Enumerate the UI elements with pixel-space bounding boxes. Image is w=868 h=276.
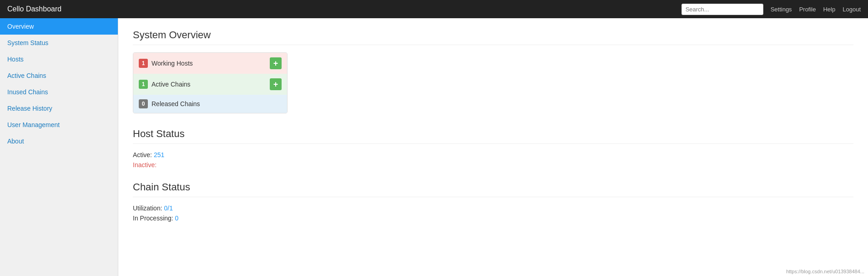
active-chains-left: 1 Active Chains: [139, 80, 191, 89]
sidebar-item-overview[interactable]: Overview: [0, 18, 118, 35]
working-hosts-left: 1 Working Hosts: [139, 59, 193, 68]
working-hosts-label: Working Hosts: [151, 60, 193, 67]
active-chains-row: 1 Active Chains +: [133, 74, 287, 95]
sidebar-item-active-chains[interactable]: Active Chains: [0, 67, 118, 84]
sidebar-item-inused-chains[interactable]: Inused Chains: [0, 84, 118, 100]
chain-status-section: Chain Status Utilization: 0/1 In Process…: [133, 181, 853, 222]
overview-container: 1 Working Hosts + 1 Active Chains +: [133, 52, 288, 113]
released-chains-label: Released Chains: [151, 100, 200, 107]
sidebar-item-hosts[interactable]: Hosts: [0, 51, 118, 67]
host-active-label: Active:: [133, 151, 152, 158]
help-link[interactable]: Help: [823, 6, 835, 13]
sidebar-item-system-status[interactable]: System Status: [0, 35, 118, 51]
header-right: Settings Profile Help Logout: [681, 4, 861, 15]
chain-processing-label: In Processing:: [133, 215, 173, 222]
sidebar: Overview System Status Hosts Active Chai…: [0, 18, 118, 276]
working-hosts-row: 1 Working Hosts +: [133, 53, 287, 74]
working-hosts-count: 1: [139, 59, 148, 68]
sidebar-item-about[interactable]: About: [0, 133, 118, 149]
working-hosts-add-button[interactable]: +: [270, 57, 282, 69]
header: Cello Dashboard Settings Profile Help Lo…: [0, 0, 868, 18]
host-inactive-row: Inactive:: [133, 161, 853, 169]
chain-processing-row: In Processing: 0: [133, 215, 853, 222]
sidebar-item-release-history[interactable]: Release History: [0, 100, 118, 117]
active-chains-count: 1: [139, 80, 148, 89]
profile-link[interactable]: Profile: [799, 6, 816, 13]
host-inactive-label: Inactive:: [133, 161, 156, 169]
settings-link[interactable]: Settings: [771, 6, 792, 13]
host-status-title: Host Status: [133, 128, 853, 144]
chain-processing-value: 0: [175, 215, 179, 222]
chain-utilization-label: Utilization:: [133, 204, 162, 212]
active-chains-add-button[interactable]: +: [270, 78, 282, 90]
chain-status-title: Chain Status: [133, 181, 853, 197]
search-input[interactable]: [681, 4, 763, 15]
logout-link[interactable]: Logout: [843, 6, 861, 13]
host-active-value: 251: [154, 151, 164, 158]
host-status-section: Host Status Active: 251 Inactive:: [133, 128, 853, 169]
watermark: https://blog.csdn.net/u013938484...: [786, 269, 864, 274]
released-chains-left: 0 Released Chains: [139, 99, 200, 108]
host-active-row: Active: 251: [133, 151, 853, 158]
sidebar-item-user-management[interactable]: User Management: [0, 117, 118, 133]
main-content: System Overview 1 Working Hosts + 1 Acti…: [118, 18, 868, 276]
layout: Overview System Status Hosts Active Chai…: [0, 18, 868, 276]
chain-utilization-value: 0/1: [164, 204, 172, 212]
released-chains-row: 0 Released Chains: [133, 95, 287, 113]
app-title: Cello Dashboard: [7, 5, 61, 13]
active-chains-label: Active Chains: [151, 81, 191, 88]
system-overview-section: System Overview 1 Working Hosts + 1 Acti…: [133, 29, 853, 113]
chain-utilization-row: Utilization: 0/1: [133, 204, 853, 212]
system-overview-title: System Overview: [133, 29, 853, 45]
released-chains-count: 0: [139, 99, 148, 108]
